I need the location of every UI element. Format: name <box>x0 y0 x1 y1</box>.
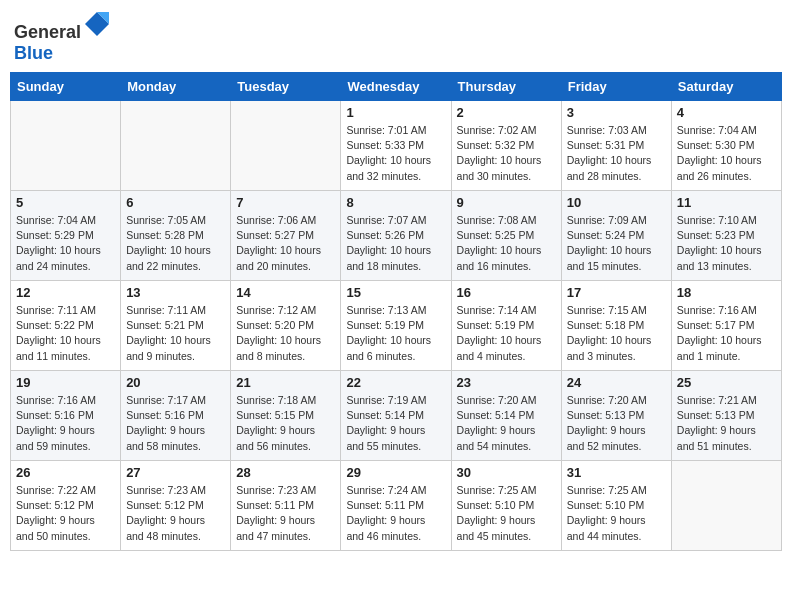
calendar-day-cell: 3Sunrise: 7:03 AMSunset: 5:31 PMDaylight… <box>561 101 671 191</box>
day-info: Sunrise: 7:23 AMSunset: 5:12 PMDaylight:… <box>126 483 225 544</box>
day-number: 30 <box>457 465 556 480</box>
day-info: Sunrise: 7:01 AMSunset: 5:33 PMDaylight:… <box>346 123 445 184</box>
day-info: Sunrise: 7:17 AMSunset: 5:16 PMDaylight:… <box>126 393 225 454</box>
day-info: Sunrise: 7:11 AMSunset: 5:22 PMDaylight:… <box>16 303 115 364</box>
calendar-header-cell: Tuesday <box>231 73 341 101</box>
calendar-header-cell: Wednesday <box>341 73 451 101</box>
day-number: 27 <box>126 465 225 480</box>
day-number: 1 <box>346 105 445 120</box>
day-number: 17 <box>567 285 666 300</box>
day-info: Sunrise: 7:15 AMSunset: 5:18 PMDaylight:… <box>567 303 666 364</box>
calendar-day-cell: 12Sunrise: 7:11 AMSunset: 5:22 PMDayligh… <box>11 281 121 371</box>
calendar-header-cell: Sunday <box>11 73 121 101</box>
day-number: 28 <box>236 465 335 480</box>
day-number: 29 <box>346 465 445 480</box>
day-info: Sunrise: 7:05 AMSunset: 5:28 PMDaylight:… <box>126 213 225 274</box>
calendar-day-cell: 26Sunrise: 7:22 AMSunset: 5:12 PMDayligh… <box>11 461 121 551</box>
logo-general: General <box>14 22 81 42</box>
day-info: Sunrise: 7:21 AMSunset: 5:13 PMDaylight:… <box>677 393 776 454</box>
day-info: Sunrise: 7:22 AMSunset: 5:12 PMDaylight:… <box>16 483 115 544</box>
calendar-day-cell: 23Sunrise: 7:20 AMSunset: 5:14 PMDayligh… <box>451 371 561 461</box>
day-number: 20 <box>126 375 225 390</box>
day-number: 12 <box>16 285 115 300</box>
calendar-header-cell: Monday <box>121 73 231 101</box>
day-info: Sunrise: 7:08 AMSunset: 5:25 PMDaylight:… <box>457 213 556 274</box>
day-info: Sunrise: 7:09 AMSunset: 5:24 PMDaylight:… <box>567 213 666 274</box>
day-info: Sunrise: 7:06 AMSunset: 5:27 PMDaylight:… <box>236 213 335 274</box>
calendar-day-cell: 13Sunrise: 7:11 AMSunset: 5:21 PMDayligh… <box>121 281 231 371</box>
calendar-header-cell: Thursday <box>451 73 561 101</box>
calendar-day-cell <box>11 101 121 191</box>
day-number: 25 <box>677 375 776 390</box>
calendar-day-cell: 31Sunrise: 7:25 AMSunset: 5:10 PMDayligh… <box>561 461 671 551</box>
calendar-header-cell: Friday <box>561 73 671 101</box>
day-number: 13 <box>126 285 225 300</box>
day-number: 22 <box>346 375 445 390</box>
calendar-week-row: 12Sunrise: 7:11 AMSunset: 5:22 PMDayligh… <box>11 281 782 371</box>
logo-blue: Blue <box>14 43 53 63</box>
page-header: General Blue <box>10 10 782 64</box>
day-info: Sunrise: 7:20 AMSunset: 5:14 PMDaylight:… <box>457 393 556 454</box>
calendar-day-cell: 30Sunrise: 7:25 AMSunset: 5:10 PMDayligh… <box>451 461 561 551</box>
calendar-day-cell: 9Sunrise: 7:08 AMSunset: 5:25 PMDaylight… <box>451 191 561 281</box>
day-info: Sunrise: 7:07 AMSunset: 5:26 PMDaylight:… <box>346 213 445 274</box>
day-info: Sunrise: 7:12 AMSunset: 5:20 PMDaylight:… <box>236 303 335 364</box>
calendar-day-cell: 4Sunrise: 7:04 AMSunset: 5:30 PMDaylight… <box>671 101 781 191</box>
calendar-table: SundayMondayTuesdayWednesdayThursdayFrid… <box>10 72 782 551</box>
day-info: Sunrise: 7:25 AMSunset: 5:10 PMDaylight:… <box>567 483 666 544</box>
day-info: Sunrise: 7:18 AMSunset: 5:15 PMDaylight:… <box>236 393 335 454</box>
logo-text: General Blue <box>14 10 111 64</box>
calendar-day-cell <box>671 461 781 551</box>
day-info: Sunrise: 7:25 AMSunset: 5:10 PMDaylight:… <box>457 483 556 544</box>
calendar-day-cell: 1Sunrise: 7:01 AMSunset: 5:33 PMDaylight… <box>341 101 451 191</box>
day-info: Sunrise: 7:10 AMSunset: 5:23 PMDaylight:… <box>677 213 776 274</box>
calendar-day-cell <box>231 101 341 191</box>
calendar-day-cell: 10Sunrise: 7:09 AMSunset: 5:24 PMDayligh… <box>561 191 671 281</box>
day-info: Sunrise: 7:16 AMSunset: 5:17 PMDaylight:… <box>677 303 776 364</box>
day-info: Sunrise: 7:19 AMSunset: 5:14 PMDaylight:… <box>346 393 445 454</box>
day-number: 14 <box>236 285 335 300</box>
calendar-day-cell: 6Sunrise: 7:05 AMSunset: 5:28 PMDaylight… <box>121 191 231 281</box>
day-info: Sunrise: 7:23 AMSunset: 5:11 PMDaylight:… <box>236 483 335 544</box>
calendar-week-row: 1Sunrise: 7:01 AMSunset: 5:33 PMDaylight… <box>11 101 782 191</box>
calendar-header-row: SundayMondayTuesdayWednesdayThursdayFrid… <box>11 73 782 101</box>
day-number: 16 <box>457 285 556 300</box>
day-number: 15 <box>346 285 445 300</box>
calendar-week-row: 19Sunrise: 7:16 AMSunset: 5:16 PMDayligh… <box>11 371 782 461</box>
day-number: 18 <box>677 285 776 300</box>
day-number: 23 <box>457 375 556 390</box>
day-number: 19 <box>16 375 115 390</box>
calendar-day-cell: 19Sunrise: 7:16 AMSunset: 5:16 PMDayligh… <box>11 371 121 461</box>
day-info: Sunrise: 7:11 AMSunset: 5:21 PMDaylight:… <box>126 303 225 364</box>
calendar-day-cell: 16Sunrise: 7:14 AMSunset: 5:19 PMDayligh… <box>451 281 561 371</box>
day-info: Sunrise: 7:02 AMSunset: 5:32 PMDaylight:… <box>457 123 556 184</box>
calendar-day-cell: 21Sunrise: 7:18 AMSunset: 5:15 PMDayligh… <box>231 371 341 461</box>
day-number: 11 <box>677 195 776 210</box>
day-info: Sunrise: 7:24 AMSunset: 5:11 PMDaylight:… <box>346 483 445 544</box>
calendar-day-cell <box>121 101 231 191</box>
calendar-day-cell: 11Sunrise: 7:10 AMSunset: 5:23 PMDayligh… <box>671 191 781 281</box>
day-info: Sunrise: 7:20 AMSunset: 5:13 PMDaylight:… <box>567 393 666 454</box>
day-info: Sunrise: 7:04 AMSunset: 5:29 PMDaylight:… <box>16 213 115 274</box>
day-number: 7 <box>236 195 335 210</box>
calendar-day-cell: 27Sunrise: 7:23 AMSunset: 5:12 PMDayligh… <box>121 461 231 551</box>
logo-icon <box>83 10 111 38</box>
calendar-day-cell: 20Sunrise: 7:17 AMSunset: 5:16 PMDayligh… <box>121 371 231 461</box>
day-info: Sunrise: 7:04 AMSunset: 5:30 PMDaylight:… <box>677 123 776 184</box>
calendar-day-cell: 18Sunrise: 7:16 AMSunset: 5:17 PMDayligh… <box>671 281 781 371</box>
calendar-day-cell: 14Sunrise: 7:12 AMSunset: 5:20 PMDayligh… <box>231 281 341 371</box>
day-info: Sunrise: 7:13 AMSunset: 5:19 PMDaylight:… <box>346 303 445 364</box>
day-number: 21 <box>236 375 335 390</box>
calendar-day-cell: 15Sunrise: 7:13 AMSunset: 5:19 PMDayligh… <box>341 281 451 371</box>
day-number: 4 <box>677 105 776 120</box>
day-number: 6 <box>126 195 225 210</box>
calendar-day-cell: 24Sunrise: 7:20 AMSunset: 5:13 PMDayligh… <box>561 371 671 461</box>
calendar-day-cell: 17Sunrise: 7:15 AMSunset: 5:18 PMDayligh… <box>561 281 671 371</box>
day-number: 5 <box>16 195 115 210</box>
calendar-day-cell: 5Sunrise: 7:04 AMSunset: 5:29 PMDaylight… <box>11 191 121 281</box>
day-number: 3 <box>567 105 666 120</box>
calendar-day-cell: 28Sunrise: 7:23 AMSunset: 5:11 PMDayligh… <box>231 461 341 551</box>
calendar-day-cell: 22Sunrise: 7:19 AMSunset: 5:14 PMDayligh… <box>341 371 451 461</box>
calendar-week-row: 26Sunrise: 7:22 AMSunset: 5:12 PMDayligh… <box>11 461 782 551</box>
day-info: Sunrise: 7:16 AMSunset: 5:16 PMDaylight:… <box>16 393 115 454</box>
